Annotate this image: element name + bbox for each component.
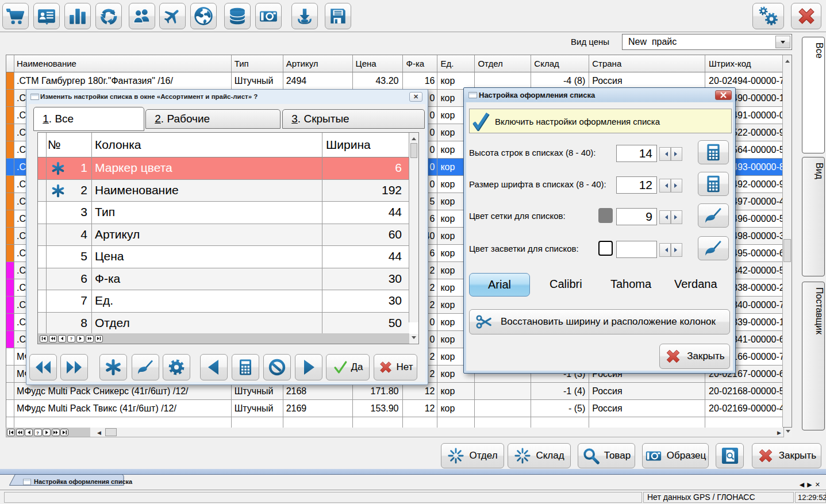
svg-text:?: ? <box>36 430 39 434</box>
svg-text:?: ? <box>70 336 72 341</box>
